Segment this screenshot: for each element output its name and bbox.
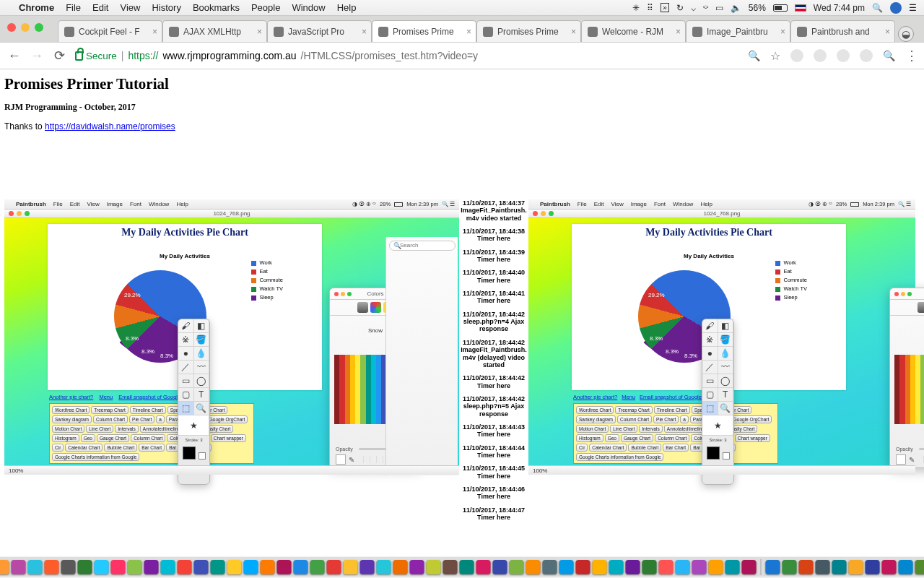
spray-tool-icon[interactable]: ※ — [178, 333, 194, 347]
dock-app-icon[interactable] — [626, 560, 640, 574]
dock-app-icon[interactable] — [0, 560, 9, 574]
dock-app-icon[interactable] — [393, 560, 408, 574]
ellipse-tool-icon[interactable]: ◯ — [194, 374, 210, 388]
dock-app-icon[interactable] — [244, 560, 258, 574]
chart-type-button[interactable]: Chart wrapper — [735, 434, 770, 442]
extension-icon[interactable] — [860, 49, 873, 62]
dock-app-icon[interactable] — [277, 560, 292, 574]
eyedropper-icon[interactable]: ✎ — [349, 456, 354, 464]
dock-app-icon[interactable] — [194, 560, 209, 574]
menu-help[interactable]: Help — [337, 2, 357, 13]
dock-app-icon[interactable] — [178, 560, 192, 574]
battery-icon[interactable] — [773, 4, 788, 12]
dock-app-icon[interactable] — [443, 560, 458, 574]
dock-app-icon[interactable] — [899, 560, 913, 574]
dock-app-icon[interactable] — [45, 560, 59, 574]
close-tab-button[interactable]: × — [571, 27, 576, 37]
chart-type-button[interactable]: Pie Chart — [653, 415, 679, 423]
chrome-tab[interactable]: Welcome - RJM× — [581, 20, 686, 42]
extension-icon[interactable] — [814, 49, 827, 62]
menu-view[interactable]: View — [120, 2, 140, 13]
curve-tool-icon[interactable]: 〰 — [194, 361, 210, 374]
chart-type-button[interactable]: Column Chart — [131, 434, 165, 442]
dock-app-icon[interactable] — [78, 560, 92, 574]
spotlight-icon[interactable]: 🔍 — [872, 3, 883, 13]
chart-type-button[interactable]: Timeline Chart — [130, 406, 166, 414]
chart-link[interactable]: Menu — [99, 394, 113, 400]
menu-file[interactable]: File — [66, 2, 81, 13]
bookmark-star-button[interactable]: ☆ — [770, 49, 780, 63]
menubar-extra-icon[interactable]: » — [661, 3, 669, 12]
close-tab-button[interactable]: × — [152, 27, 157, 37]
dock-app-icon[interactable] — [327, 560, 341, 574]
chart-type-button[interactable]: a — [156, 415, 165, 423]
chart-type-button[interactable]: Wordtree Chart — [576, 406, 614, 414]
dock-app-icon[interactable] — [144, 560, 159, 574]
wifi-icon[interactable]: ⌔ — [703, 3, 708, 13]
dock-app-icon[interactable] — [410, 560, 424, 574]
dock-app-icon[interactable] — [310, 560, 325, 574]
chart-type-button[interactable]: Bubble Chart — [628, 444, 661, 452]
dock-app-icon[interactable] — [543, 560, 557, 574]
back-button[interactable]: ← — [7, 48, 21, 64]
dock-app-icon[interactable] — [849, 560, 863, 574]
notification-center-icon[interactable]: ☰ — [909, 3, 917, 13]
menubar-app-icon[interactable] — [890, 2, 902, 14]
bg-color-swatch[interactable] — [199, 452, 206, 460]
chart-type-button[interactable]: Google Charts information from Google — [576, 453, 663, 461]
menu-bookmarks[interactable]: Bookmarks — [193, 2, 240, 13]
dock-app-icon[interactable] — [344, 560, 358, 574]
chart-type-button[interactable]: Column Chart — [93, 415, 128, 423]
chart-type-button[interactable]: Treemap Chart — [615, 406, 652, 414]
dock-app-icon[interactable] — [294, 560, 308, 574]
extension-icon[interactable] — [837, 49, 850, 62]
dock-app-icon[interactable] — [659, 560, 674, 574]
chrome-menu-button[interactable]: ⋮ — [905, 48, 917, 64]
dock-app-icon[interactable] — [783, 560, 797, 574]
close-tab-button[interactable]: × — [466, 27, 471, 37]
dock-app-icon[interactable] — [28, 560, 43, 574]
dock-app-icon[interactable] — [725, 560, 740, 574]
color-palette-icon[interactable] — [370, 302, 381, 313]
dock-app-icon[interactable] — [261, 560, 275, 574]
chart-type-button[interactable]: Google OrgChart — [206, 415, 248, 423]
dock-app-icon[interactable] — [676, 560, 690, 574]
menubar-extra-icon[interactable]: ✳︎ — [632, 3, 640, 13]
dock-app-icon[interactable] — [832, 560, 847, 574]
forward-button[interactable]: → — [30, 48, 43, 64]
chart-type-button[interactable]: Bubble Chart — [104, 444, 137, 452]
text-tool-icon[interactable]: T — [194, 388, 210, 402]
close-tab-button[interactable]: × — [362, 27, 367, 37]
chart-type-button[interactable]: Bar Chart — [139, 444, 165, 452]
dock-app-icon[interactable] — [460, 560, 474, 574]
chart-type-button[interactable]: Motion Chart — [576, 425, 609, 433]
close-window-button[interactable] — [7, 23, 16, 32]
dock-app-icon[interactable] — [709, 560, 723, 574]
dock-app-icon[interactable] — [510, 560, 524, 574]
chrome-tab[interactable]: Cockpit Feel - F× — [58, 20, 162, 42]
search-icon[interactable]: 🔍 — [883, 50, 895, 61]
volume-icon[interactable]: 🔈 — [731, 3, 741, 13]
dock-app-icon[interactable] — [609, 560, 624, 574]
chart-type-button[interactable]: Sankey diagram — [576, 415, 616, 423]
chart-type-button[interactable]: Geo — [81, 434, 95, 442]
minimize-window-button[interactable] — [21, 23, 30, 32]
chart-type-button[interactable]: Pie Chart — [129, 415, 154, 423]
chart-type-button[interactable]: Histogram — [576, 434, 603, 442]
chrome-tab[interactable]: Paintbrush and× — [790, 20, 895, 42]
chart-type-button[interactable]: Cir — [52, 444, 64, 452]
dock-app-icon[interactable] — [61, 560, 76, 574]
display-icon[interactable]: ▭ — [715, 3, 723, 13]
chrome-tab[interactable]: Promises Prime× — [476, 20, 581, 42]
close-tab-button[interactable]: × — [257, 27, 262, 37]
chart-type-button[interactable]: Bar Chart — [663, 444, 689, 452]
dock-app-icon[interactable] — [360, 560, 375, 574]
chart-link[interactable]: Another pie chart? — [49, 394, 93, 400]
chart-type-button[interactable]: Column Chart — [655, 434, 689, 442]
dock-app-icon[interactable] — [766, 560, 780, 574]
reload-button[interactable]: ⟳ — [53, 48, 66, 64]
chart-type-button[interactable]: Intervals — [115, 425, 139, 433]
chart-type-button[interactable]: Gauge Chart — [97, 434, 129, 442]
chart-type-button[interactable]: Cir — [576, 444, 588, 452]
profile-avatar-button[interactable]: ◒ — [898, 26, 914, 42]
